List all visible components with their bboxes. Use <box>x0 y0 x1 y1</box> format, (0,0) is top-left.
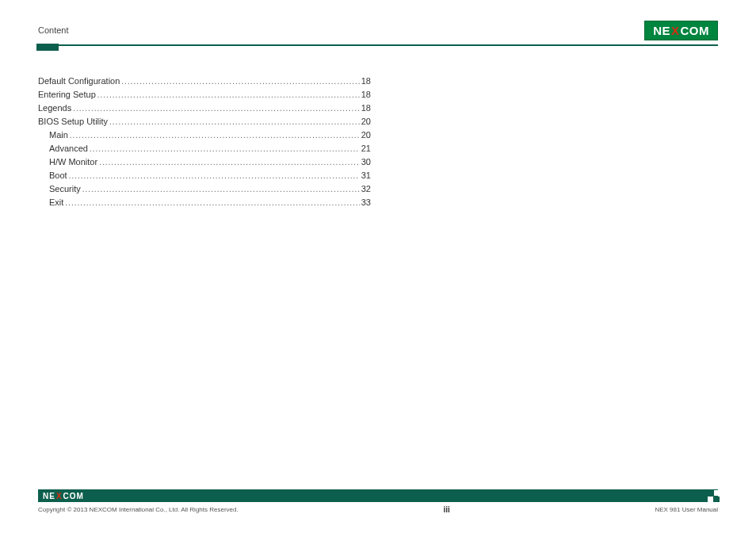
toc-page-number: 33 <box>361 196 371 209</box>
toc-label: Security <box>49 182 81 196</box>
toc-page-number: 18 <box>361 75 371 88</box>
doc-title: NEX 981 User Manual <box>655 506 718 513</box>
toc-leader-dots <box>65 196 359 209</box>
toc-leader-dots <box>99 155 360 169</box>
toc-row[interactable]: Default Configuration18 <box>38 75 371 88</box>
toc-label: Boot <box>49 169 67 182</box>
toc-leader-dots <box>82 182 360 196</box>
logo-text-x: X <box>671 24 680 37</box>
toc-page-number: 18 <box>361 102 371 115</box>
toc-row[interactable]: Main20 <box>38 128 371 142</box>
copyright-text: Copyright © 2013 NEXCOM International Co… <box>38 506 239 513</box>
page-number: iii <box>443 505 449 514</box>
toc-page-number: 32 <box>361 182 371 196</box>
logo-text-pre: NE <box>653 24 670 37</box>
toc-label: Advanced <box>49 142 88 155</box>
toc-row[interactable]: Legends18 <box>38 102 371 115</box>
page-header: Content NEXCOM <box>38 21 718 40</box>
header-divider <box>38 44 718 46</box>
footer-ornament <box>704 489 720 502</box>
footer-meta-row: Copyright © 2013 NEXCOM International Co… <box>38 502 718 514</box>
toc-leader-dots <box>73 102 360 115</box>
toc-label: Entering Setup <box>38 88 96 102</box>
toc-page-number: 20 <box>361 115 371 128</box>
toc-leader-dots <box>109 115 360 128</box>
toc-label: Main <box>49 128 68 142</box>
page-footer: NEXCOM Copyright © 2013 NEXCOM Internati… <box>38 489 718 514</box>
toc-row[interactable]: Entering Setup18 <box>38 88 371 102</box>
footer-logo-post: COM <box>63 492 84 500</box>
footer-logo-x: X <box>56 492 63 500</box>
section-label: Content <box>38 25 69 35</box>
toc-row[interactable]: Security32 <box>38 182 371 196</box>
toc-row[interactable]: H/W Monitor30 <box>38 155 371 169</box>
toc-label: H/W Monitor <box>49 155 97 169</box>
toc-container: Default Configuration18Entering Setup18L… <box>38 46 371 209</box>
toc-row[interactable]: Advanced21 <box>38 142 371 155</box>
page-root: Content NEXCOM Default Configuration18En… <box>0 0 756 533</box>
toc-page-number: 18 <box>361 88 371 102</box>
brand-logo-box: NEXCOM <box>644 21 718 40</box>
toc-row[interactable]: Exit33 <box>38 196 371 209</box>
grid-icon <box>708 490 720 502</box>
header-accent-chip <box>36 44 59 51</box>
toc-page-number: 20 <box>361 128 371 142</box>
brand-logo: NEXCOM <box>644 21 718 40</box>
toc-label: Default Configuration <box>38 75 120 88</box>
footer-band: NEXCOM <box>38 489 718 502</box>
toc-page-number: 21 <box>361 142 371 155</box>
toc-page-number: 30 <box>361 155 371 169</box>
toc-label: Exit <box>49 196 63 209</box>
toc-leader-dots <box>97 88 360 102</box>
toc-label: Legends <box>38 102 71 115</box>
toc-leader-dots <box>90 142 360 155</box>
footer-logo: NEXCOM <box>43 492 84 500</box>
toc-row[interactable]: BIOS Setup Utility20 <box>38 115 371 128</box>
toc-leader-dots <box>121 75 359 88</box>
toc-row[interactable]: Boot31 <box>38 169 371 182</box>
logo-text-post: COM <box>681 24 710 37</box>
toc-page-number: 31 <box>361 169 371 182</box>
toc-label: BIOS Setup Utility <box>38 115 108 128</box>
toc-leader-dots <box>69 169 360 182</box>
footer-logo-pre: NE <box>43 492 55 500</box>
toc-leader-dots <box>70 128 360 142</box>
